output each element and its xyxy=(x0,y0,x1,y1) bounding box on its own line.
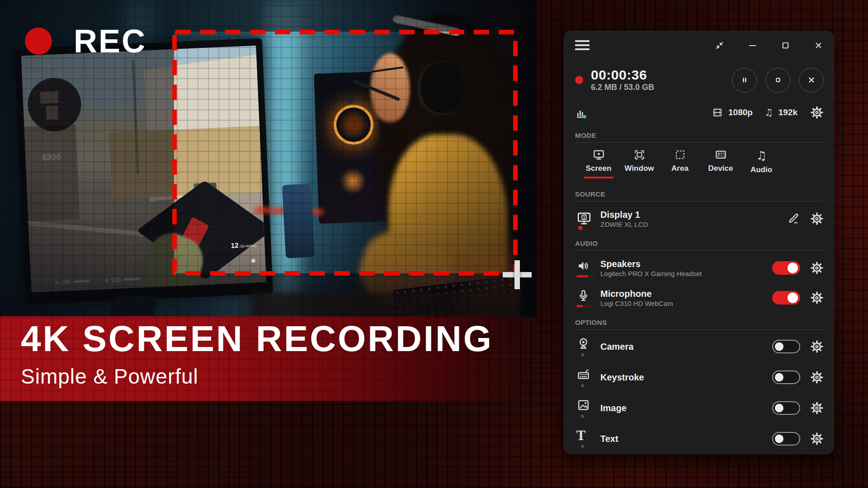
camera-label: Camera xyxy=(600,342,633,352)
selection-dashed-border xyxy=(171,28,519,277)
recording-status-row: 00:00:36 6.2 MB / 53.0 GB xyxy=(575,66,824,94)
text-status-dot xyxy=(581,445,584,448)
dim-outside-selection xyxy=(0,32,174,273)
keystroke-settings-button[interactable] xyxy=(810,371,824,384)
speakers-settings-button[interactable] xyxy=(810,261,824,275)
selection-resize-crosshair[interactable] xyxy=(514,260,520,289)
panel-titlebar xyxy=(575,38,824,53)
dim-outside-selection xyxy=(0,273,537,317)
image-row: Image xyxy=(575,397,824,419)
microphone-level-meter xyxy=(576,305,594,307)
rec-dot-icon xyxy=(25,28,52,55)
text-settings-button[interactable] xyxy=(810,432,824,446)
cancel-icon xyxy=(807,75,816,85)
options-section-header: OPTIONS xyxy=(575,319,824,330)
pause-button[interactable] xyxy=(732,68,757,93)
keystroke-status-dot xyxy=(581,384,584,387)
resolution-value: 1080p xyxy=(728,108,753,117)
tab-window[interactable]: Window xyxy=(620,149,658,178)
camera-toggle[interactable] xyxy=(772,340,800,353)
speaker-icon xyxy=(576,259,590,273)
image-toggle[interactable] xyxy=(772,401,800,415)
camera-status-dot xyxy=(581,353,584,357)
stop-icon xyxy=(773,75,783,85)
speakers-device: Logitech PRO X Gaming Headset xyxy=(600,270,702,277)
cancel-button[interactable] xyxy=(799,68,824,93)
stats-right-group: 1080p ♫ 192k xyxy=(712,106,824,119)
display-icon xyxy=(576,211,592,226)
microphone-settings-button[interactable] xyxy=(810,291,824,305)
tab-screen[interactable]: Screen xyxy=(580,149,618,178)
tab-audio[interactable]: ♫ Audio xyxy=(742,149,780,178)
capture-selection-region[interactable] xyxy=(171,28,519,279)
image-icon xyxy=(576,398,590,412)
screen-icon xyxy=(593,149,605,161)
microphone-icon xyxy=(576,289,590,303)
speakers-label: Speakers xyxy=(600,259,702,269)
recording-times: 00:00:36 6.2 MB / 53.0 GB xyxy=(591,68,654,93)
source-subtitle: ZOWIE XL LCD xyxy=(600,221,648,228)
microphone-device: Logi C310 HD WebCam xyxy=(600,300,673,307)
panel-content: MODE Screen Window Area Device ♫ Audio xyxy=(575,131,824,450)
bitrate-value: 192k xyxy=(778,108,797,117)
marketing-copy: 4K SCREEN RECORDING Simple & Powerful xyxy=(21,321,493,389)
microphone-row: Microphone Logi C310 HD WebCam xyxy=(575,286,824,310)
source-section-header: SOURCE xyxy=(575,190,824,202)
pause-icon xyxy=(740,75,750,85)
text-tool-icon: T xyxy=(576,430,585,442)
close-icon[interactable] xyxy=(813,40,824,51)
keystroke-label: Keystroke xyxy=(600,372,644,382)
camera-row: Camera xyxy=(575,335,824,358)
mode-section-header: MODE xyxy=(575,131,824,143)
recording-dot-icon xyxy=(575,76,583,84)
stats-settings-button[interactable] xyxy=(810,106,824,119)
stop-button[interactable] xyxy=(765,68,790,93)
headline: 4K SCREEN RECORDING xyxy=(21,321,493,357)
speakers-row: Speakers Logitech PRO X Gaming Headset xyxy=(575,256,824,280)
tab-device[interactable]: Device xyxy=(702,149,740,178)
source-row[interactable]: Display 1 ZOWIE XL LCD xyxy=(575,208,824,230)
text-row: T Text xyxy=(575,427,824,450)
tab-area[interactable]: Area xyxy=(661,149,699,178)
collapse-icon[interactable] xyxy=(714,40,725,51)
capture-stats-row: 1080p ♫ 192k xyxy=(575,105,824,120)
image-label: Image xyxy=(600,403,627,413)
minimize-icon[interactable] xyxy=(747,40,758,51)
audio-meter-icon xyxy=(575,106,589,119)
text-label: Text xyxy=(600,434,618,444)
window-controls xyxy=(714,40,824,51)
window-icon xyxy=(633,149,646,161)
menu-button[interactable] xyxy=(575,40,590,50)
speakers-toggle[interactable] xyxy=(772,261,800,275)
keyboard-icon xyxy=(576,367,590,381)
speakers-level-meter xyxy=(576,275,594,277)
microphone-toggle[interactable] xyxy=(772,291,800,305)
image-status-dot xyxy=(581,415,584,418)
rec-badge: REC xyxy=(25,23,146,60)
text-toggle[interactable] xyxy=(772,432,800,446)
audio-section-header: AUDIO xyxy=(575,239,824,251)
recording-usage: 6.2 MB / 53.0 GB xyxy=(591,83,654,92)
audio-mode-icon: ♫ xyxy=(756,149,766,162)
area-icon xyxy=(674,149,686,161)
source-title: Display 1 xyxy=(600,210,648,220)
microphone-label: Microphone xyxy=(600,289,673,299)
subheadline: Simple & Powerful xyxy=(21,364,493,389)
music-note-icon: ♫ xyxy=(764,107,773,118)
recording-time: 00:00:36 xyxy=(591,68,654,82)
keystroke-toggle[interactable] xyxy=(772,371,800,384)
source-active-dot xyxy=(578,226,582,230)
mode-tabs: Screen Window Area Device ♫ Audio xyxy=(575,149,824,178)
image-settings-button[interactable] xyxy=(810,401,824,415)
camera-settings-button[interactable] xyxy=(810,340,824,353)
source-settings-button[interactable] xyxy=(810,212,824,225)
film-icon xyxy=(712,107,723,118)
recording-controls xyxy=(732,68,824,93)
edit-source-button[interactable] xyxy=(787,212,800,225)
device-icon xyxy=(715,149,727,161)
webcam-icon xyxy=(576,337,590,351)
maximize-icon[interactable] xyxy=(780,40,791,51)
keystroke-row: Keystroke xyxy=(575,366,824,389)
rec-label: REC xyxy=(74,23,146,60)
recorder-panel: 00:00:36 6.2 MB / 53.0 GB 1080p ♫ 192k M… xyxy=(564,31,834,454)
